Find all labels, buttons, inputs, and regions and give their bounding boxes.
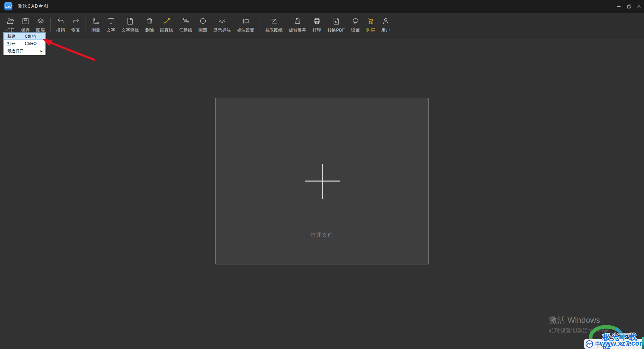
undo-icon (56, 16, 65, 26)
app-window: cad 傲软CAD看图 打开 保存 (0, 0, 644, 349)
toolbar-item-convert-pdf[interactable]: 转换PDF (324, 16, 348, 33)
restore-button[interactable] (624, 0, 634, 13)
toolbar-item-print[interactable]: 打印 (309, 16, 324, 33)
minimize-button[interactable] (614, 0, 624, 13)
toolbar-item-settings[interactable]: 设置 (348, 16, 363, 33)
toolbar-item-label: 显示标注 (213, 27, 231, 33)
toolbar-item-label: 打印 (313, 27, 321, 33)
toolbar-item-delete[interactable]: 删除 (142, 16, 157, 33)
toolbar-item-label: 用户 (381, 27, 390, 33)
drawing-canvas[interactable]: 打开文件 (215, 98, 429, 264)
crop-drawing-icon (270, 16, 279, 26)
restore-icon (627, 4, 631, 9)
menu-item-recent[interactable]: 最近打开 ▶ (4, 47, 45, 55)
rotate-screen-icon (293, 16, 302, 26)
toolbar-item-save[interactable]: 保存 (18, 16, 33, 33)
text-icon (106, 16, 115, 26)
crosshair-vertical (322, 164, 323, 199)
trash-icon (145, 16, 154, 26)
ifly-logo-icon[interactable]: iFLY (586, 340, 593, 348)
polyline-icon (181, 16, 190, 26)
toolbar-item-draw-circle[interactable]: 画圆 (195, 16, 210, 33)
printer-icon (312, 16, 321, 26)
toolbar-item-label: 撤销 (56, 27, 65, 33)
toolbar-item-label: 标注设置 (237, 27, 254, 33)
menu-item-shortcut: Ctrl+N (25, 34, 36, 39)
toolbar-item-text-search[interactable]: 文字查找 (118, 16, 142, 33)
toolbar-item-label: 文字 (107, 27, 115, 33)
toolbar-item-label: 任意线 (179, 27, 192, 33)
layers-icon (36, 16, 45, 26)
toolbar-item-label: 截取图纸 (265, 27, 283, 33)
toolbar-separator (260, 18, 260, 32)
app-logo-icon: cad (4, 2, 12, 10)
menu-item-label: 打开 (7, 41, 25, 47)
toolbar-item-buy[interactable]: 购买 (363, 16, 378, 33)
chat-bubble-icon (351, 16, 360, 26)
redo-icon (71, 16, 80, 26)
annotation-settings-icon (241, 16, 250, 26)
toolbar-item-draw-line[interactable]: 画直线 (157, 16, 176, 33)
toolbar-item-text[interactable]: 文字 (103, 16, 118, 33)
main-toolbar: 打开 保存 图层 撤销 恢复 测量 (0, 13, 644, 38)
toolbar-item-label: 设置 (351, 27, 360, 33)
toolbar-item-label: 测量 (92, 27, 100, 33)
draw-line-icon (162, 16, 171, 26)
toolbar-item-user[interactable]: 用户 (378, 16, 393, 33)
shopping-cart-icon (366, 16, 375, 26)
title-bar: cad 傲软CAD看图 (0, 0, 644, 13)
toolbar-item-redo[interactable]: 恢复 (68, 16, 83, 33)
toolbar-item-annotation-settings[interactable]: 标注设置 (234, 16, 257, 33)
convert-pdf-icon (332, 16, 341, 26)
menu-item-shortcut: Ctrl+O (25, 41, 37, 46)
toolbar-item-rotate-screen[interactable]: 旋转屏幕 (286, 16, 309, 33)
toolbar-item-layers[interactable]: 图层 (33, 16, 48, 33)
toolbar-item-freeline[interactable]: 任意线 (176, 16, 195, 33)
user-icon (381, 16, 390, 26)
toolbar-separator (50, 18, 51, 32)
menu-item-label: 最近打开 (7, 48, 25, 54)
site-watermark-url: www.xz7.com (600, 339, 644, 347)
app-logo-text: cad (5, 5, 12, 8)
toolbar-item-label: 购买 (366, 27, 375, 33)
toolbar-separator (86, 18, 86, 32)
save-icon (21, 16, 30, 26)
text-search-icon (126, 16, 135, 26)
toolbar-item-label: 画圆 (199, 27, 207, 33)
window-title: 傲软CAD看图 (17, 3, 49, 9)
open-dropdown-menu: 新建 Ctrl+N 打开 Ctrl+O 最近打开 ▶ (3, 32, 46, 55)
circle-icon (198, 16, 207, 26)
toolbar-item-capture-drawing[interactable]: 截取图纸 (262, 16, 286, 33)
submenu-arrow-icon: ▶ (41, 50, 43, 53)
window-controls (614, 0, 644, 13)
menu-item-open[interactable]: 打开 Ctrl+O (4, 40, 45, 47)
toolbar-item-open[interactable]: 打开 (3, 16, 18, 33)
toolbar-item-undo[interactable]: 撤销 (53, 16, 68, 33)
toolbar-item-measure[interactable]: 测量 (88, 16, 103, 33)
toolbar-item-show-annotation[interactable]: 显示标注 (210, 16, 234, 33)
measure-ruler-icon (91, 16, 100, 26)
menu-item-label: 新建 (7, 34, 25, 39)
toolbar-item-label: 转换PDF (327, 27, 345, 33)
toolbar-item-label: 恢复 (71, 27, 80, 33)
open-file-label[interactable]: 打开文件 (216, 232, 428, 238)
toolbar-item-label: 文字查找 (121, 27, 139, 33)
toolbar-item-label: 画直线 (160, 27, 173, 33)
toolbar-item-label: 删除 (145, 27, 154, 33)
show-annotation-icon (218, 16, 227, 26)
folder-open-icon (6, 16, 15, 26)
menu-item-new[interactable]: 新建 Ctrl+N (4, 33, 45, 40)
screen-edge-strip (642, 337, 644, 349)
close-icon (637, 4, 641, 8)
close-button[interactable] (634, 0, 644, 13)
minimize-icon (617, 4, 621, 8)
toolbar-item-label: 旋转屏幕 (289, 27, 306, 33)
